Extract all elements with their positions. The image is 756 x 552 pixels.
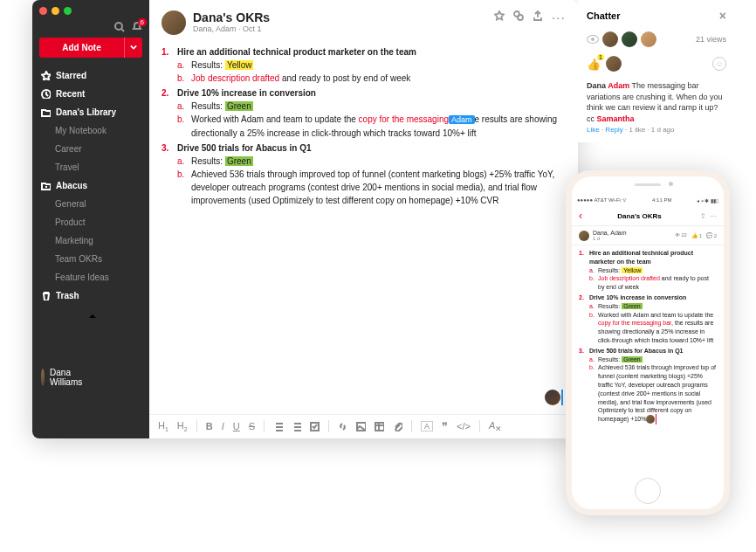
doc-title: Dana's OKRs [193, 10, 270, 24]
reaction-thumbs-up[interactable]: 👍 1 [587, 58, 601, 71]
number-list-tool[interactable] [292, 422, 301, 431]
sidebar-item-marketing[interactable]: Marketing [32, 231, 149, 250]
folder-icon [41, 107, 51, 117]
viewer-avatar [622, 31, 637, 47]
sidebar-item-trash[interactable]: Trash [32, 286, 149, 305]
heading2-tool[interactable]: H2 [177, 420, 188, 432]
link-icon[interactable] [513, 10, 524, 21]
like-link[interactable]: Like [587, 126, 600, 134]
editor-pane: Dana's OKRs Dana, Adam · Oct 1 ··· Hire … [149, 0, 578, 438]
status-bar: ●●●●● AT&T Wi-Fi ᯤ 4:11 PM ◂ ⌖ ✱ ▮▮▯ [572, 196, 724, 206]
highlight-tool[interactable]: A [421, 421, 433, 431]
add-note-button[interactable]: Add Note [39, 38, 142, 58]
add-note-dropdown[interactable] [124, 38, 142, 58]
home-button[interactable] [635, 478, 661, 504]
phone-mockup: ●●●●● AT&T Wi-Fi ᯤ 4:11 PM ◂ ⌖ ✱ ▮▮▯ ‹ D… [566, 170, 730, 515]
close-icon[interactable]: × [719, 9, 726, 23]
close-window[interactable] [39, 7, 47, 15]
more-icon[interactable]: ⋯ [710, 212, 717, 220]
image-tool[interactable] [356, 422, 366, 431]
sidebar-item-my-notebook[interactable]: My Notebook [32, 121, 149, 140]
reactor-avatar [606, 56, 622, 72]
doc-body[interactable]: Hire an additional technical product mar… [149, 40, 578, 414]
add-reaction[interactable]: ☺ [712, 57, 726, 71]
clear-format-tool[interactable]: A✕ [489, 420, 502, 433]
add-note-main[interactable]: Add Note [39, 38, 124, 58]
folder-plus-icon [41, 181, 51, 190]
search-icon[interactable] [114, 22, 125, 32]
underline-tool[interactable]: U [233, 421, 240, 431]
sidebar-item-team-okrs[interactable]: Team OKRs [32, 250, 149, 268]
chatter-panel: Chatter × 21 views 👍 1 ☺ Dana Adam The m… [578, 0, 735, 142]
sidebar-item-starred[interactable]: Starred [32, 66, 149, 85]
sidebar-item-abacus[interactable]: Abacus [32, 176, 149, 195]
star-icon [41, 71, 51, 80]
checklist-tool[interactable] [310, 422, 320, 431]
avatar [579, 231, 589, 241]
sidebar-item-product[interactable]: Product [32, 213, 149, 231]
attach-tool[interactable] [393, 422, 402, 431]
code-tool[interactable]: </> [457, 421, 471, 431]
sidebar-item-dana-s-library[interactable]: Dana's Library [32, 103, 149, 121]
sidebar-item-career[interactable]: Career [32, 140, 149, 158]
heading-tool[interactable]: H1 [158, 420, 168, 432]
more-icon[interactable]: ··· [552, 10, 566, 26]
sidebar: 6 Add Note StarredRecentDana's LibraryMy… [32, 0, 149, 438]
comment-actions: Like · Reply · 1 like · 1 d ago [587, 126, 726, 134]
minimize-window[interactable] [52, 7, 59, 15]
view-count: 21 views [696, 35, 726, 44]
viewer-avatar [602, 31, 618, 47]
format-toolbar: H1 H2 B I U S A ❞ </> A✕ [149, 414, 578, 438]
share-icon[interactable] [533, 10, 543, 21]
doc-meta: Dana, Adam · Oct 1 [193, 24, 270, 33]
sidebar-item-travel[interactable]: Travel [32, 158, 149, 176]
chevron-up-icon [87, 312, 141, 438]
sidebar-item-recent[interactable]: Recent [32, 85, 149, 103]
trash-icon [41, 291, 51, 300]
sidebar-item-general[interactable]: General [32, 195, 149, 213]
user-name: Dana Williams [50, 368, 82, 387]
table-tool[interactable] [375, 422, 384, 431]
window-controls [32, 0, 149, 22]
user-profile[interactable]: Dana Williams [32, 305, 149, 438]
bold-tool[interactable]: B [206, 421, 213, 431]
sidebar-item-feature-ideas[interactable]: Feature Ideas [32, 268, 149, 286]
notification-badge: 6 [138, 18, 147, 26]
clock-icon [41, 89, 51, 99]
star-icon[interactable] [494, 10, 505, 21]
comment: Dana Adam The messaging bar variations a… [587, 80, 726, 124]
bullet-list-tool[interactable] [273, 422, 283, 431]
svg-point-0 [115, 23, 122, 30]
strike-tool[interactable]: S [249, 421, 255, 431]
italic-tool[interactable]: I [222, 421, 224, 431]
svg-point-3 [518, 15, 523, 20]
link-tool[interactable] [338, 422, 347, 431]
chatter-title: Chatter [587, 10, 621, 21]
phone-doc-body[interactable]: Hire an additional technical product mar… [572, 245, 724, 474]
author-avatar [162, 10, 186, 35]
reply-link[interactable]: Reply [605, 126, 622, 134]
quote-tool[interactable]: ❞ [442, 420, 448, 433]
eye-icon [587, 35, 599, 44]
maximize-window[interactable] [64, 7, 72, 15]
viewer-avatar [641, 31, 656, 47]
avatar [41, 369, 45, 386]
share-icon[interactable]: ⇧ [700, 212, 706, 220]
phone-doc-title: Dana's OKRs [582, 212, 697, 220]
collaborator-cursor [545, 390, 560, 405]
